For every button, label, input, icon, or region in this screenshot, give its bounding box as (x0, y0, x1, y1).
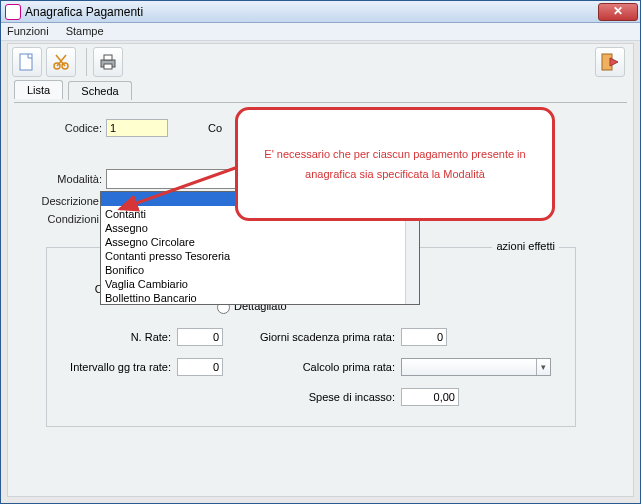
dropdown-item[interactable]: Contanti presso Tesoreria (101, 248, 419, 262)
calcolo-prima-label: Calcolo prima rata: (223, 361, 401, 373)
toolbar-print-button[interactable] (93, 47, 123, 77)
dropdown-item[interactable]: Assegno Circolare (101, 234, 419, 248)
menu-funzioni[interactable]: Funzioni (7, 25, 49, 37)
tab-lista[interactable]: Lista (14, 80, 63, 99)
nrate-label: N. Rate: (57, 331, 177, 343)
menubar: Funzioni Stampe (1, 23, 640, 41)
svg-rect-7 (104, 64, 112, 69)
condizioni-label: Condizioni: (18, 213, 106, 225)
exit-icon (600, 52, 620, 72)
close-button[interactable]: ✕ (598, 3, 638, 21)
group-legend: azioni effetti (492, 240, 559, 252)
dropdown-item[interactable]: Assegno (101, 220, 419, 234)
callout-bubble: E' necessario che per ciascun pagamento … (235, 107, 555, 221)
spese-input[interactable] (401, 388, 459, 406)
scissors-icon (52, 53, 70, 71)
dropdown-item[interactable]: Vaglia Cambiario (101, 276, 419, 290)
giorni-label: Giorni scadenza prima rata: (223, 331, 401, 343)
page-icon (18, 52, 36, 72)
toolbar-divider (86, 48, 87, 76)
toolbar (8, 44, 633, 80)
printer-icon (98, 53, 118, 71)
toolbar-new-button[interactable] (12, 47, 42, 77)
client-area: Lista Scheda Codice: Co Modalità: ▾ (7, 43, 634, 497)
giorni-input[interactable] (401, 328, 447, 346)
intervallo-input[interactable] (177, 358, 223, 376)
dropdown-item[interactable]: Bollettino Bancario (101, 290, 419, 304)
toolbar-exit-button[interactable] (595, 47, 625, 77)
descrizione-label: Descrizione: (18, 195, 106, 207)
intervallo-label: Intervallo gg tra rate: (57, 361, 177, 373)
svg-line-4 (56, 55, 65, 66)
form-area: Codice: Co Modalità: ▾ Contanti Assegno … (8, 103, 633, 433)
chevron-down-icon[interactable]: ▾ (536, 359, 550, 375)
spese-label: Spese di incasso: (223, 391, 401, 403)
calcolo-prima-select[interactable]: ▾ (401, 358, 551, 376)
svg-rect-0 (20, 54, 32, 70)
co-label: Co (208, 122, 222, 134)
calcolo-prima-value (402, 359, 405, 371)
codice-input[interactable] (106, 119, 168, 137)
menu-stampe[interactable]: Stampe (66, 25, 104, 37)
tab-strip: Lista Scheda (8, 80, 633, 102)
nrate-input[interactable] (177, 328, 223, 346)
svg-line-3 (57, 55, 66, 66)
modalita-label: Modalità: (18, 173, 106, 185)
codice-label: Codice: (18, 122, 106, 134)
titlebar: Anagrafica Pagamenti ✕ (1, 1, 640, 23)
app-icon (5, 4, 21, 20)
window-title: Anagrafica Pagamenti (25, 5, 598, 19)
toolbar-cut-button[interactable] (46, 47, 76, 77)
svg-rect-6 (104, 55, 112, 60)
dropdown-item[interactable]: Bonifico (101, 262, 419, 276)
svg-marker-9 (610, 58, 618, 66)
window: Anagrafica Pagamenti ✕ Funzioni Stampe L… (0, 0, 641, 504)
tab-scheda[interactable]: Scheda (68, 81, 131, 100)
callout-text: E' necessario che per ciascun pagamento … (252, 144, 538, 184)
